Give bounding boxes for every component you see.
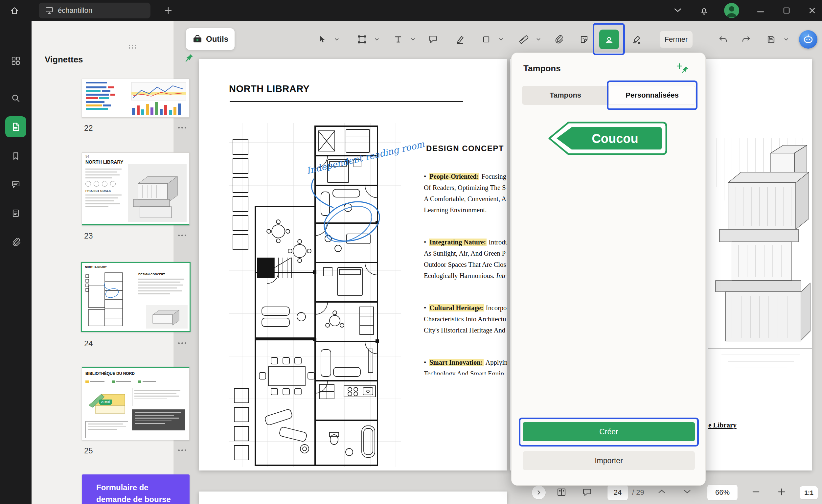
signature-tool[interactable] <box>631 34 642 45</box>
thumbnail-page-23[interactable]: 94 NORTH LIBRARY PROJECT GOALS <box>82 152 189 225</box>
app-window: échantillon <box>0 0 822 504</box>
thumbnail-23-image <box>128 164 186 222</box>
zoom-in-icon[interactable] <box>777 488 786 496</box>
thumbnail-23-title: NORTH LIBRARY <box>85 159 123 164</box>
thumbnail-page-25[interactable]: BIBLIOTHÈQUE DU NORD ATmoi <box>82 367 189 440</box>
thumbnail-25-more-icon[interactable] <box>178 449 186 451</box>
thumbnail-24-number: 24 <box>84 339 93 348</box>
tools-label: Outils <box>206 34 228 44</box>
panel-drag-handle[interactable] <box>129 45 136 49</box>
forms-icon[interactable] <box>10 208 21 219</box>
floor-plan <box>229 123 401 467</box>
new-tab-button[interactable] <box>163 6 173 15</box>
edit-tool-chevron-icon[interactable] <box>375 38 379 41</box>
title-underline <box>230 101 463 102</box>
bullet-people-oriented: •People-Oriented:Focusing On Of Readers,… <box>424 171 507 215</box>
bullet-glyph: • <box>424 359 426 366</box>
shapes-tool[interactable] <box>481 34 492 45</box>
sticker-tool[interactable] <box>578 34 590 45</box>
redo-button[interactable] <box>741 34 752 45</box>
page-number-input[interactable]: 24 <box>607 485 628 500</box>
measure-tool[interactable] <box>518 34 529 45</box>
thumbnail-24-more-icon[interactable] <box>178 342 186 344</box>
toolbar-collapse-icon[interactable] <box>674 7 682 14</box>
tutorial-highlight-create-button <box>519 418 699 447</box>
bullet-line: Incorpora <box>486 304 507 312</box>
custom-stamp-coucou[interactable]: Coucou <box>546 118 669 159</box>
page-number-value: 24 <box>614 488 622 497</box>
bullet-line: Learning Environment. <box>424 204 507 215</box>
annotations-bubble-icon[interactable] <box>581 487 593 498</box>
search-icon[interactable] <box>10 93 21 104</box>
tab-stamps[interactable]: Tampons <box>522 86 609 105</box>
text-tool[interactable] <box>393 34 404 45</box>
thumbnail-23-more-icon[interactable] <box>178 234 186 236</box>
building-render <box>708 138 812 421</box>
select-tool[interactable] <box>316 34 328 45</box>
save-button[interactable] <box>766 34 777 45</box>
thumbnail-24-textblock: DESIGN CONCEPT <box>138 273 187 296</box>
document-tab[interactable]: échantillon <box>39 3 150 18</box>
notifications-bell-icon[interactable] <box>699 6 709 16</box>
bullet-line: Characteristics Into Architectu <box>424 314 507 325</box>
thumbnail-23-subtitle: PROJECT GOALS <box>85 189 124 192</box>
select-tool-chevron-icon[interactable] <box>335 38 339 41</box>
save-chevron-icon[interactable] <box>784 38 789 41</box>
bullet-label: Cultural Heritage: <box>429 304 484 312</box>
import-stamp-button[interactable]: Importer <box>523 451 695 470</box>
tab-title: échantillon <box>58 6 92 15</box>
attach-tool[interactable] <box>553 34 564 45</box>
zoom-out-icon[interactable] <box>752 490 760 494</box>
apps-grid-icon[interactable] <box>10 55 21 66</box>
thumbnail-25-title: BIBLIOTHÈQUE DU NORD <box>85 371 135 376</box>
thumbnail-23-textblock: PROJECT GOALS <box>85 168 124 209</box>
thumbnail-page-24[interactable]: NORTH LIBRARY DESIGN CONCEPT <box>81 262 190 332</box>
bullet-glyph: • <box>424 304 426 312</box>
thumbnail-25-box1 <box>132 388 185 406</box>
thumbnail-25-box2 <box>132 409 185 430</box>
actual-size-label: 1:1 <box>804 489 813 496</box>
measure-tool-chevron-icon[interactable] <box>536 38 541 41</box>
expand-controls-button[interactable] <box>531 485 546 500</box>
bullet-smart-innovation: •Smart Innovation:Applying Technology An… <box>424 357 507 375</box>
close-button[interactable] <box>808 6 817 15</box>
minimize-button[interactable] <box>756 7 766 15</box>
bullet-line: Technology And Smart Equip <box>424 368 507 375</box>
comments-icon[interactable] <box>10 179 21 190</box>
stamps-panel: Tampons Tampons Personnalisées Coucou Cr… <box>511 53 706 486</box>
next-page-chevron-icon[interactable] <box>683 488 692 495</box>
actual-size-button[interactable]: 1:1 <box>800 486 818 500</box>
form-card-line1: Formulaire de <box>96 483 148 492</box>
zoom-level-input[interactable]: 66% <box>707 485 738 500</box>
reading-mode-icon[interactable] <box>556 487 567 498</box>
bookmarks-icon[interactable] <box>10 150 21 162</box>
pin-panel-icon[interactable] <box>183 53 194 64</box>
close-tools-button[interactable]: Fermer <box>660 31 693 48</box>
bullet-line: Ecologically Harmonious. Intr <box>424 270 507 281</box>
bullet-label: People-Oriented: <box>429 173 479 180</box>
thumbnail-form-card[interactable]: Formulaire de demande de bourse <box>82 474 189 504</box>
bullet-label: Smart Innovation: <box>429 359 483 366</box>
text-tool-chevron-icon[interactable] <box>411 38 415 41</box>
user-avatar[interactable] <box>724 3 739 18</box>
thumbnail-22-more-icon[interactable] <box>178 127 186 128</box>
thumbnails-panel-button[interactable] <box>5 116 26 137</box>
bullet-line: City's Historical Heritage And <box>424 325 507 336</box>
highlighter-tool[interactable] <box>454 34 465 45</box>
shapes-tool-chevron-icon[interactable] <box>499 38 503 41</box>
ai-assistant-button[interactable] <box>799 30 817 49</box>
comment-tool[interactable] <box>427 34 439 45</box>
thumbnail-page-22[interactable] <box>82 79 189 118</box>
zoom-level-value: 66% <box>715 488 730 497</box>
previous-page-chevron-icon[interactable] <box>657 488 666 495</box>
maximize-button[interactable] <box>782 6 791 15</box>
bullet-line: Introducing <box>488 238 507 246</box>
thumbnail-25-number: 25 <box>84 446 93 455</box>
thumbnail-23-corner: 94 <box>85 155 89 158</box>
undo-button[interactable] <box>718 34 729 45</box>
edit-object-tool[interactable] <box>357 34 368 45</box>
tools-button[interactable]: Outils <box>186 28 235 50</box>
attachments-icon[interactable] <box>10 236 21 248</box>
add-stamp-pin-icon[interactable] <box>675 61 689 75</box>
home-icon[interactable] <box>9 5 20 16</box>
